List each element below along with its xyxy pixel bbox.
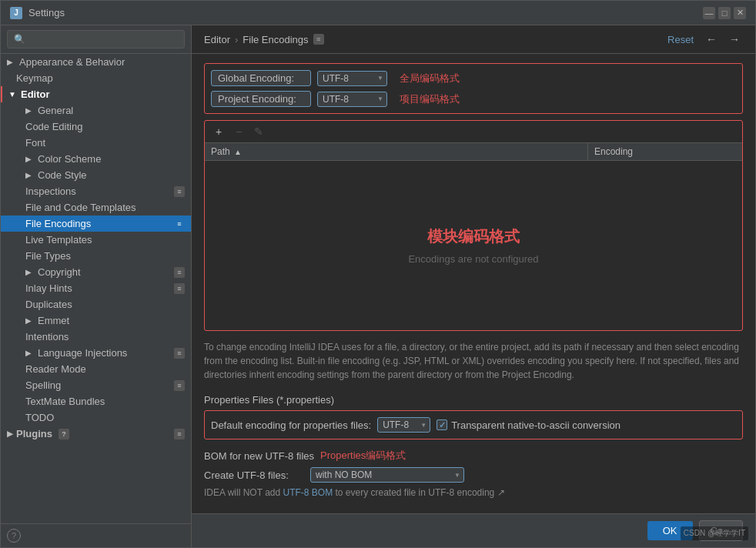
- properties-encoding-select-wrap: UTF-8 UTF-16: [377, 417, 430, 433]
- bom-select-wrap: with NO BOM with BOM: [310, 467, 464, 483]
- global-encoding-select[interactable]: UTF-8 UTF-16 ISO-8859-1: [317, 71, 387, 86]
- breadcrumb-sep: ›: [235, 34, 238, 45]
- sidebar-item-label: Font: [25, 137, 45, 149]
- sidebar-item-emmet[interactable]: ▶ Emmet: [1, 312, 191, 329]
- sidebar-item-reader-mode[interactable]: Reader Mode: [1, 361, 191, 377]
- sidebar-item-label: Editor: [21, 89, 50, 100]
- close-button[interactable]: ✕: [734, 7, 746, 19]
- file-encodings-badge: ≡: [174, 219, 185, 229]
- remove-path-button[interactable]: −: [231, 124, 246, 139]
- sidebar-item-label: Reader Mode: [25, 363, 86, 375]
- plugins-help-badge: ?: [59, 429, 69, 439]
- arrow-icon: ▶: [7, 429, 16, 438]
- global-encoding-row: Global Encoding: UTF-8 UTF-16 ISO-8859-1…: [211, 70, 736, 86]
- back-button[interactable]: ←: [703, 32, 720, 47]
- content-footer: OK Ca...: [192, 513, 755, 547]
- sidebar-item-label: General: [38, 105, 73, 116]
- sidebar-item-label: Keymap: [16, 72, 53, 84]
- minimize-button[interactable]: —: [703, 7, 715, 19]
- arrow-icon: ▶: [25, 171, 35, 179]
- sidebar-item-intentions[interactable]: Intentions: [1, 329, 191, 345]
- sidebar-item-language-injections[interactable]: ▶ Language Injections ≡: [1, 345, 191, 361]
- sidebar-bottom: ?: [1, 523, 191, 547]
- sidebar-item-code-style[interactable]: ▶ Code Style: [1, 167, 191, 183]
- bom-annotation: Properties编码格式: [320, 449, 406, 463]
- arrow-icon: ▶: [25, 155, 35, 163]
- transparent-label: Transparent native-to-ascii conversion: [451, 419, 621, 431]
- global-encoding-annotation: 全局编码格式: [400, 72, 460, 85]
- bom-select[interactable]: with NO BOM with BOM: [310, 467, 464, 483]
- sidebar-item-editor[interactable]: ▼ Editor: [1, 86, 191, 102]
- help-button[interactable]: ?: [7, 529, 21, 543]
- language-injections-badge: ≡: [174, 348, 185, 359]
- sidebar-item-duplicates[interactable]: Duplicates: [1, 296, 191, 312]
- sidebar-tree: ▶ Appearance & Behavior Keymap ▼ Editor …: [1, 54, 191, 523]
- maximize-button[interactable]: □: [718, 7, 731, 19]
- sidebar-item-general[interactable]: ▶ General: [1, 102, 191, 119]
- sidebar-item-label: Color Scheme: [38, 153, 101, 165]
- sidebar-item-keymap[interactable]: Keymap: [1, 70, 191, 86]
- encoding-section: Global Encoding: UTF-8 UTF-16 ISO-8859-1…: [204, 63, 743, 114]
- sidebar-item-label: TODO: [25, 412, 54, 423]
- sidebar-item-code-editing[interactable]: Code Editing: [1, 119, 191, 135]
- sidebar-item-label: Inlay Hints: [25, 282, 72, 294]
- sidebar-item-file-types[interactable]: File Types: [1, 248, 191, 264]
- forward-button[interactable]: →: [726, 32, 743, 47]
- arrow-icon: ▶: [25, 349, 35, 357]
- bom-header: BOM for new UTF-8 files Properties编码格式: [204, 449, 743, 463]
- default-encoding-label: Default encoding for properties files:: [211, 419, 371, 431]
- properties-encoding-select[interactable]: UTF-8 UTF-16: [377, 417, 430, 433]
- breadcrumb-current: File Encodings: [243, 34, 308, 45]
- bom-row: Create UTF-8 files: with NO BOM with BOM: [204, 467, 743, 483]
- main-layout: ▶ Appearance & Behavior Keymap ▼ Editor …: [1, 25, 755, 547]
- sidebar-item-inspections[interactable]: Inspections ≡: [1, 183, 191, 199]
- sidebar-item-label: Duplicates: [25, 299, 72, 310]
- sidebar-item-textmate[interactable]: TextMate Bundles: [1, 393, 191, 409]
- sidebar-item-appearance[interactable]: ▶ Appearance & Behavior: [1, 54, 191, 70]
- transparent-checkbox-wrap[interactable]: Transparent native-to-ascii conversion: [437, 419, 621, 431]
- bom-link[interactable]: UTF-8 BOM: [283, 487, 333, 498]
- bom-create-label: Create UTF-8 files:: [204, 469, 304, 481]
- sidebar-item-label: Code Editing: [25, 121, 82, 132]
- sidebar-item-spelling[interactable]: Spelling ≡: [1, 377, 191, 393]
- sidebar-item-label: Live Templates: [25, 234, 92, 246]
- sidebar-item-file-encodings[interactable]: File Encodings ≡: [1, 216, 191, 232]
- prop-row: Default encoding for properties files: U…: [211, 417, 736, 433]
- sidebar-item-label: Inspections: [25, 185, 76, 197]
- edit-path-button[interactable]: ✎: [251, 124, 266, 139]
- project-encoding-label: Project Encoding:: [211, 91, 311, 107]
- project-encoding-row: Project Encoding: UTF-8 UTF-16 ISO-8859-…: [211, 91, 736, 107]
- sidebar-item-label: Intentions: [25, 331, 69, 342]
- sidebar-item-plugins[interactable]: ▶ Plugins ? ≡: [1, 426, 191, 442]
- spelling-badge: ≡: [174, 380, 185, 391]
- sidebar-item-todo[interactable]: TODO: [1, 409, 191, 426]
- transparent-checkbox[interactable]: [437, 419, 447, 430]
- sidebar-item-copyright[interactable]: ▶ Copyright ≡: [1, 264, 191, 280]
- empty-message: Encodings are not configured: [408, 253, 538, 265]
- window-title: Settings: [28, 7, 703, 18]
- sidebar-item-live-templates[interactable]: Live Templates: [1, 232, 191, 248]
- sidebar-item-inlay-hints[interactable]: Inlay Hints ≡: [1, 280, 191, 296]
- sidebar-item-font[interactable]: Font: [1, 135, 191, 151]
- title-bar: J Settings — □ ✕: [1, 1, 755, 25]
- content-body: Global Encoding: UTF-8 UTF-16 ISO-8859-1…: [192, 54, 755, 513]
- sidebar-item-label: TextMate Bundles: [25, 396, 105, 407]
- info-text: To change encoding IntelliJ IDEA uses fo…: [204, 337, 743, 385]
- plugins-label: Plugins: [16, 428, 52, 439]
- sidebar-item-color-scheme[interactable]: ▶ Color Scheme: [1, 151, 191, 167]
- sidebar: ▶ Appearance & Behavior Keymap ▼ Editor …: [1, 25, 192, 547]
- sidebar-item-label: Copyright: [38, 266, 81, 278]
- sidebar-item-file-code-templates[interactable]: File and Code Templates: [1, 199, 191, 216]
- sidebar-item-label: Language Injections: [38, 347, 127, 359]
- add-path-button[interactable]: +: [211, 124, 226, 139]
- plugins-badge: ≡: [174, 429, 185, 439]
- window-controls: — □ ✕: [703, 7, 746, 19]
- project-encoding-select[interactable]: UTF-8 UTF-16 ISO-8859-1: [317, 92, 387, 107]
- properties-box: Default encoding for properties files: U…: [204, 410, 743, 439]
- sidebar-item-label: File Encodings: [25, 218, 91, 229]
- search-input[interactable]: [7, 30, 185, 48]
- sort-icon: ▲: [234, 148, 242, 156]
- table-body: 模块编码格式 Encodings are not configured: [205, 161, 742, 330]
- reset-button[interactable]: Reset: [664, 32, 697, 47]
- col-path-header: Path ▲: [205, 143, 588, 160]
